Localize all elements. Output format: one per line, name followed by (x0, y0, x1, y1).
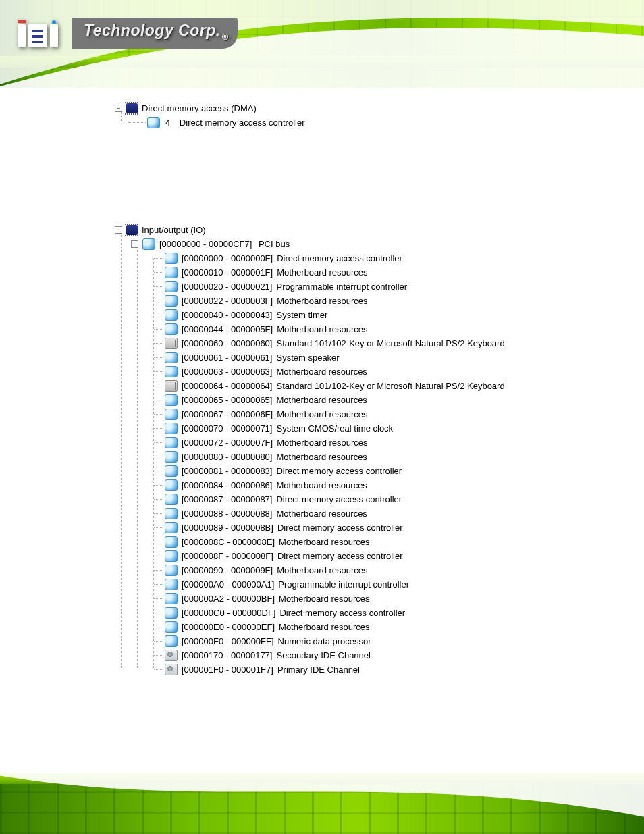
tree-connector (154, 400, 163, 401)
io-item-desc: System timer (272, 310, 327, 320)
io-item-row[interactable]: [00000040 - 00000043]System timer (115, 308, 644, 322)
io-item-row[interactable]: [00000080 - 00000080]Motherboard resourc… (115, 450, 644, 464)
io-item-row[interactable]: [00000072 - 0000007F]Motherboard resourc… (115, 436, 644, 450)
io-item-range: [00000084 - 00000086] (182, 480, 272, 490)
io-item-row[interactable]: [00000090 - 0000009F]Motherboard resourc… (115, 563, 644, 577)
io-item-row[interactable]: [00000084 - 00000086]Motherboard resourc… (115, 478, 644, 492)
io-item-range: [000000E0 - 000000EF] (182, 622, 275, 632)
io-item-row[interactable]: [00000022 - 0000003F]Motherboard resourc… (115, 294, 644, 308)
io-item-desc: System speaker (272, 353, 339, 363)
io-item-row[interactable]: [00000065 - 00000065]Motherboard resourc… (115, 393, 644, 407)
io-item-row[interactable]: [00000067 - 0000006F]Motherboard resourc… (115, 407, 644, 421)
device-icon (165, 281, 178, 292)
io-item-row[interactable]: [0000008C - 0000008E]Motherboard resourc… (115, 535, 644, 549)
io-item-label: [00000070 - 00000071]System CMOS/real ti… (182, 423, 393, 434)
dma-channel-row[interactable]: 4 Direct memory access controller (115, 115, 644, 130)
io-item-range: [00000064 - 00000064] (182, 381, 272, 391)
io-item-range: [00000089 - 0000008B] (182, 523, 273, 533)
io-item-row[interactable]: [00000081 - 00000083]Direct memory acces… (115, 464, 644, 478)
io-item-label: [000000F0 - 000000FF]Numeric data proces… (182, 636, 371, 646)
io-item-label: [00000081 - 00000083]Direct memory acces… (182, 466, 402, 476)
io-item-label: [00000060 - 00000060]Standard 101/102-Ke… (182, 338, 505, 348)
io-bus-row[interactable]: − [00000000 - 00000CF7] PCI bus (115, 237, 644, 251)
io-item-label: [00000000 - 0000000F]Direct memory acces… (182, 253, 402, 263)
io-item-row[interactable]: [000000A0 - 000000A1]Programmable interr… (115, 577, 644, 592)
io-item-row[interactable]: [00000089 - 0000008B]Direct memory acces… (115, 521, 644, 535)
io-root-row[interactable]: − Input/output (IO) (115, 223, 644, 237)
tree-connector (154, 329, 163, 330)
io-item-row[interactable]: [00000088 - 00000088]Motherboard resourc… (115, 506, 644, 521)
device-icon (165, 423, 178, 434)
io-item-desc: System CMOS/real time clock (272, 423, 393, 434)
collapse-icon[interactable]: − (115, 226, 122, 234)
io-item-range: [00000063 - 00000063] (182, 367, 272, 377)
tree-connector (154, 641, 163, 642)
footer-banner (0, 773, 644, 834)
io-item-desc: Direct memory access controller (272, 494, 402, 504)
io-item-label: [0000008C - 0000008E]Motherboard resourc… (182, 537, 369, 547)
io-item-range: [00000088 - 00000088] (182, 509, 272, 519)
tree-connector (154, 442, 163, 444)
io-item-desc: Motherboard resources (272, 452, 367, 462)
device-icon (165, 494, 178, 505)
io-item-row[interactable]: [0000008F - 0000008F]Direct memory acces… (115, 549, 644, 563)
io-item-row[interactable]: [00000170 - 00000177]Secondary IDE Chann… (115, 648, 644, 662)
io-item-row[interactable]: [00000000 - 0000000F]Direct memory acces… (115, 251, 644, 265)
io-item-desc: Motherboard resources (272, 509, 367, 519)
tree-connector (154, 414, 163, 415)
io-item-label: [00000080 - 00000080]Motherboard resourc… (182, 452, 367, 462)
device-icon (165, 394, 178, 406)
brand-tagline-text: Technology Corp. (84, 22, 221, 39)
tree-connector (154, 286, 163, 288)
io-item-desc: Motherboard resources (272, 480, 367, 490)
device-icon (165, 437, 178, 448)
device-icon (165, 579, 178, 590)
io-item-desc: Direct memory access controller (273, 523, 403, 533)
io-item-desc: Direct memory access controller (273, 551, 403, 561)
io-item-row[interactable]: [000000F0 - 000000FF]Numeric data proces… (115, 634, 644, 648)
io-item-label: [00000072 - 0000007F]Motherboard resourc… (182, 438, 368, 448)
io-item-row[interactable]: [00000020 - 00000021]Programmable interr… (115, 280, 644, 294)
tree-connector (154, 301, 163, 302)
io-item-row[interactable]: [000000A2 - 000000BF]Motherboard resourc… (115, 592, 644, 606)
io-item-row[interactable]: [00000087 - 00000087]Direct memory acces… (115, 492, 644, 506)
io-item-row[interactable]: [00000044 - 0000005F]Motherboard resourc… (115, 322, 644, 336)
io-item-label: [00000088 - 00000088]Motherboard resourc… (182, 509, 367, 519)
io-items: [00000000 - 0000000F]Direct memory acces… (115, 251, 644, 677)
io-item-row[interactable]: [00000070 - 00000071]System CMOS/real ti… (115, 421, 644, 436)
io-item-range: [00000170 - 00000177] (182, 650, 272, 660)
device-icon (147, 117, 160, 128)
io-item-row[interactable]: [000000C0 - 000000DF]Direct memory acces… (115, 606, 644, 620)
device-icon (165, 593, 178, 604)
io-item-desc: Standard 101/102-Key or Microsoft Natura… (272, 381, 504, 391)
io-item-desc: Motherboard resources (273, 409, 367, 419)
io-item-row[interactable]: [000001F0 - 000001F7]Primary IDE Channel (115, 662, 644, 677)
svg-rect-1 (18, 20, 26, 23)
keyboard-icon (165, 380, 178, 392)
tree-connector (154, 598, 163, 600)
io-item-row[interactable]: [00000064 - 00000064]Standard 101/102-Ke… (115, 379, 644, 393)
io-item-row[interactable]: [00000010 - 0000001F]Motherboard resourc… (115, 265, 644, 280)
device-icon (165, 366, 178, 377)
io-item-row[interactable]: [00000063 - 00000063]Motherboard resourc… (115, 365, 644, 379)
io-item-row[interactable]: [00000060 - 00000060]Standard 101/102-Ke… (115, 336, 644, 350)
io-item-range: [000000A0 - 000000A1] (182, 579, 274, 590)
svg-rect-4 (32, 35, 43, 38)
collapse-icon[interactable]: − (115, 105, 122, 112)
collapse-icon[interactable]: − (131, 240, 138, 248)
dma-root-row[interactable]: − Direct memory access (DMA) (115, 101, 644, 115)
io-item-label: [00000087 - 00000087]Direct memory acces… (182, 494, 402, 504)
io-item-label: [00000170 - 00000177]Secondary IDE Chann… (182, 650, 371, 660)
io-bus-range: [00000000 - 00000CF7] (159, 239, 252, 249)
io-item-label: [000001F0 - 000001F7]Primary IDE Channel (182, 664, 360, 675)
dma-channel-label: 4 Direct memory access controller (164, 118, 305, 128)
dma-tree: − Direct memory access (DMA) 4 Direct me… (115, 101, 644, 130)
io-item-range: [0000008F - 0000008F] (182, 551, 273, 561)
io-tree: − Input/output (IO) − [00000000 - 00000C… (115, 223, 644, 677)
io-bus-desc: PCI bus (254, 239, 290, 249)
io-item-desc: Motherboard resources (275, 594, 369, 604)
io-item-row[interactable]: [000000E0 - 000000EF]Motherboard resourc… (115, 620, 644, 634)
io-item-label: [00000061 - 00000061]System speaker (182, 353, 340, 363)
tree-connector (154, 613, 163, 614)
io-item-row[interactable]: [00000061 - 00000061]System speaker (115, 350, 644, 365)
